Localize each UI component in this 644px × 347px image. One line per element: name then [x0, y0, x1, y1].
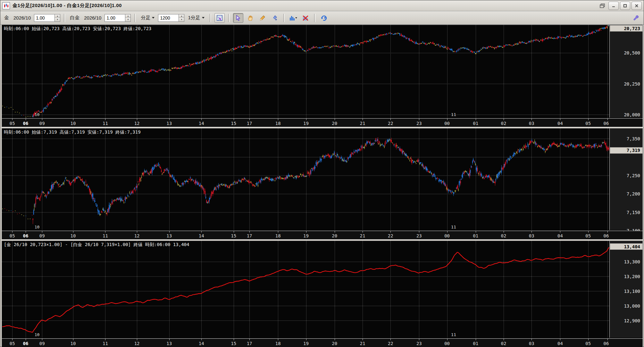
- x-axis-label: 13: [166, 341, 172, 346]
- select-cursor-icon: [235, 15, 241, 21]
- x-axis-label: 18: [275, 233, 281, 238]
- y-axis-label: 13,300: [624, 259, 640, 264]
- x-axis-label: 18: [275, 121, 281, 126]
- highlighter-button[interactable]: [270, 13, 280, 23]
- bar-count-spin-buttons[interactable]: ▲▼: [179, 14, 184, 22]
- x-axis-tick: [12, 231, 13, 233]
- x-axis-label: 22: [388, 341, 393, 346]
- bar-count-value[interactable]: 1200: [158, 14, 179, 22]
- x-axis-tick: [363, 119, 363, 120]
- window-title: 金1分足[2026/10]1.00 - 白金1分足[2026/10]1.00: [13, 3, 122, 9]
- minimize-button[interactable]: [608, 2, 619, 10]
- platinum-time-axis[interactable]: 0506091011121314151718192021222300010203…: [2, 231, 643, 239]
- cascade-window-button[interactable]: [598, 2, 607, 10]
- x-axis-label: 15: [231, 121, 236, 126]
- chevron-down-icon: [152, 17, 155, 19]
- panel-platinum-candles[interactable]: 1011時刻:06:00 始値:7,319 高値:7,319 安値:7,319 …: [2, 128, 643, 240]
- x-axis-tick: [73, 119, 73, 120]
- x-axis-label: 05: [585, 341, 591, 346]
- x-axis-label: 12: [134, 341, 140, 346]
- x-axis-label: 05: [585, 121, 591, 126]
- x-axis-tick: [306, 119, 306, 120]
- x-axis-label: 00: [444, 121, 450, 126]
- x-axis-tick: [560, 231, 560, 233]
- platinum-ratio-spin-buttons[interactable]: ▲▼: [125, 14, 131, 22]
- y-axis-label: 7,250: [627, 173, 640, 178]
- x-axis-label: 00: [444, 233, 450, 238]
- pan-hand-button[interactable]: [245, 13, 255, 23]
- gold-ratio-value[interactable]: 1.00: [34, 14, 54, 22]
- x-axis-label: 20: [332, 341, 337, 346]
- gold-ratio-spin-buttons[interactable]: ▲▼: [54, 14, 60, 22]
- x-axis-tick: [169, 339, 170, 340]
- x-axis-tick: [419, 339, 419, 340]
- x-axis-label: 20: [332, 121, 337, 126]
- interval-dropdown[interactable]: 分足: [139, 14, 156, 21]
- x-axis-tick: [137, 231, 137, 233]
- x-axis-tick: [12, 119, 13, 120]
- date-marker: 10: [35, 225, 40, 229]
- chart-settings-button[interactable]: [214, 13, 225, 23]
- x-axis-tick: [447, 119, 447, 120]
- gold-price-axis[interactable]: 20,50020,25020,00020,723: [609, 25, 643, 118]
- y-axis-label: 13,200: [624, 274, 640, 279]
- x-axis-tick: [137, 339, 137, 340]
- gold-time-axis[interactable]: 0506091011121314151718192021222300010203…: [2, 118, 643, 127]
- refresh-button[interactable]: R: [319, 13, 329, 23]
- x-axis-label: 02: [501, 121, 506, 126]
- panel-spread-line[interactable]: 1011[金 26/10 20,723×1.00] - [白金 26/10 7,…: [2, 241, 643, 347]
- platinum-price-axis[interactable]: 7,3507,2507,2007,1507,1007,319: [609, 128, 643, 230]
- gold-plot[interactable]: [2, 25, 610, 118]
- x-axis-tick: [306, 231, 306, 233]
- x-axis-tick: [26, 119, 26, 120]
- x-axis-label: 06: [604, 341, 609, 346]
- x-axis-label: 11: [103, 233, 108, 238]
- x-axis-label: 21: [360, 121, 365, 126]
- x-axis-tick: [234, 231, 234, 233]
- x-axis-label: 15: [231, 233, 236, 238]
- date-marker: 10: [35, 112, 40, 117]
- settings-wrench-button[interactable]: [631, 13, 641, 23]
- x-axis-tick: [607, 339, 608, 340]
- platinum-plot[interactable]: [2, 128, 610, 230]
- pencil-button[interactable]: [257, 13, 268, 23]
- maximize-button[interactable]: [620, 2, 630, 10]
- timeframe-label: 1分足: [188, 15, 200, 21]
- x-axis-label: 06: [604, 121, 609, 126]
- x-axis-label: 14: [199, 121, 204, 126]
- x-axis-label: 11: [103, 121, 108, 126]
- spread-time-axis[interactable]: 0506091011121314151718192021222300010203…: [2, 338, 643, 347]
- x-axis-tick: [249, 231, 250, 233]
- x-axis-tick: [169, 119, 170, 120]
- gold-month-label[interactable]: 2026/10: [12, 15, 32, 21]
- chart-settings-icon: [216, 15, 223, 21]
- gold-ratio-spinner[interactable]: 1.00 ▲▼: [34, 14, 60, 22]
- delete-chart-icon: [302, 15, 309, 21]
- x-axis-tick: [447, 339, 447, 340]
- platinum-ratio-spinner[interactable]: 1.00 ▲▼: [105, 14, 131, 22]
- platinum-month-label[interactable]: 2026/10: [83, 15, 103, 21]
- spread-plot[interactable]: [2, 241, 610, 338]
- x-axis-label: 20: [332, 233, 337, 238]
- close-button[interactable]: [631, 2, 642, 10]
- x-axis-tick: [169, 231, 170, 233]
- app-window: 金1分足[2026/10]1.00 - 白金1分足[2026/10]1.00 金…: [0, 0, 644, 347]
- x-axis-label: 23: [416, 121, 422, 126]
- x-axis-tick: [137, 119, 137, 120]
- gold-current-price: 20,723: [610, 25, 643, 32]
- x-axis-label: 13: [166, 233, 172, 238]
- x-axis-tick: [607, 231, 608, 233]
- platinum-ratio-value[interactable]: 1.00: [105, 14, 125, 22]
- spread-price-axis[interactable]: 13,30013,20013,10013,00012,90013,404: [609, 241, 643, 338]
- timeframe-dropdown[interactable]: 1分足: [186, 14, 206, 21]
- x-axis-tick: [476, 231, 476, 233]
- select-cursor-button[interactable]: [233, 13, 243, 23]
- panel-gold-candles[interactable]: 1011時刻:06:00 始値:20,723 高値:20,723 安値:20,7…: [2, 25, 643, 127]
- x-axis-label: 12: [134, 121, 140, 126]
- x-axis-tick: [560, 119, 560, 120]
- chart-type-button[interactable]: [288, 13, 298, 23]
- delete-chart-button[interactable]: [300, 13, 311, 23]
- title-bar[interactable]: 金1分足[2026/10]1.00 - 白金1分足[2026/10]1.00: [0, 0, 644, 11]
- bar-count-spinner[interactable]: 1200 ▲▼: [158, 14, 184, 22]
- x-axis-tick: [105, 339, 105, 340]
